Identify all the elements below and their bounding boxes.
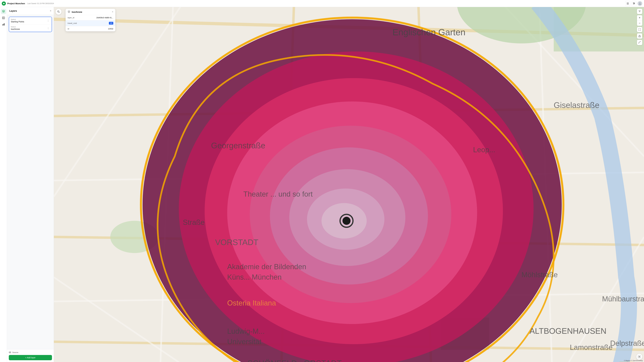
popup-value-layer-id: 1fd409c0-4d88-41... xyxy=(96,16,113,19)
map-search-button[interactable] xyxy=(56,9,62,15)
popup-header: Isochrone × xyxy=(66,9,115,15)
svg-rect-12 xyxy=(2,17,5,19)
popup-value-id: 13432 xyxy=(108,28,113,30)
popup-key-travel-cost: travel_cost xyxy=(68,22,109,24)
last-saved-label: Last Saved: 01:19 PM 26/03/2024 xyxy=(27,2,161,4)
app-logo xyxy=(2,2,6,6)
sidebar-item-table[interactable] xyxy=(1,15,6,20)
popup-key-id: id xyxy=(68,28,108,30)
popup-key-layer-id: layer_id xyxy=(68,16,96,19)
svg-point-47 xyxy=(141,18,161,90)
topbar: Project Munchen Last Saved: 01:19 PM 26/… xyxy=(0,0,161,7)
popup-row-layer-id: layer_id 1fd409c0-4d88-41... xyxy=(66,15,115,20)
search-icon xyxy=(57,10,60,13)
layer-item-isochrone[interactable]: feature Isochrone ⋮ xyxy=(9,24,52,32)
sidebar-item-layers[interactable] xyxy=(1,9,6,14)
chart-icon xyxy=(2,23,5,26)
layer-item-starting-points[interactable]: feature Starting Points ⋮ xyxy=(9,17,52,24)
layer-item-content-2: feature Isochrone xyxy=(11,26,46,30)
layer-group: feature Starting Points ⋮ feature Isochr… xyxy=(9,17,52,32)
svg-rect-18 xyxy=(4,23,5,26)
svg-point-38 xyxy=(142,19,161,90)
svg-line-85 xyxy=(59,12,60,13)
sidebar-nav xyxy=(0,7,7,90)
layer-type-label-2: feature xyxy=(11,26,46,28)
layer-menu-button[interactable]: ⋮ xyxy=(46,19,50,23)
svg-point-84 xyxy=(58,11,59,12)
popup-row-travel-cost: travel_cost 15 xyxy=(66,20,115,26)
layer-menu-button-2[interactable]: ⋮ xyxy=(46,26,50,30)
popup-value-travel-cost: 15 xyxy=(109,22,113,24)
table-icon xyxy=(2,16,5,19)
svg-rect-16 xyxy=(2,24,3,26)
popup-layers-icon xyxy=(68,10,70,13)
app-title: Project Munchen xyxy=(7,2,25,5)
popup-title: Isochrone xyxy=(72,11,110,13)
layers-header: Layers × xyxy=(7,7,54,15)
svg-line-26 xyxy=(159,7,161,90)
layer-type-label: feature xyxy=(11,18,46,20)
layer-name-label-2: Isochrone xyxy=(11,28,46,30)
svg-rect-17 xyxy=(3,24,4,26)
popup-row-id: id 13432 xyxy=(66,26,115,31)
layers-panel: Layers × feature Starting Points ⋮ featu… xyxy=(7,7,54,90)
layers-title: Layers xyxy=(9,10,17,12)
map-area[interactable]: Englischen Garten Schauburg Giselastraße… xyxy=(54,7,161,90)
svg-point-1 xyxy=(3,3,4,4)
layers-close-button[interactable]: × xyxy=(50,9,51,12)
sidebar-item-chart[interactable] xyxy=(1,22,6,27)
layer-name-label: Starting Points xyxy=(11,20,46,23)
layers-list: feature Starting Points ⋮ feature Isochr… xyxy=(7,15,54,90)
layers-icon xyxy=(2,10,5,13)
popup-close-button[interactable]: × xyxy=(112,10,113,13)
layer-item-content: feature Starting Points xyxy=(11,18,46,23)
isochrone-popup: Isochrone × layer_id 1fd409c0-4d88-41...… xyxy=(66,9,115,31)
